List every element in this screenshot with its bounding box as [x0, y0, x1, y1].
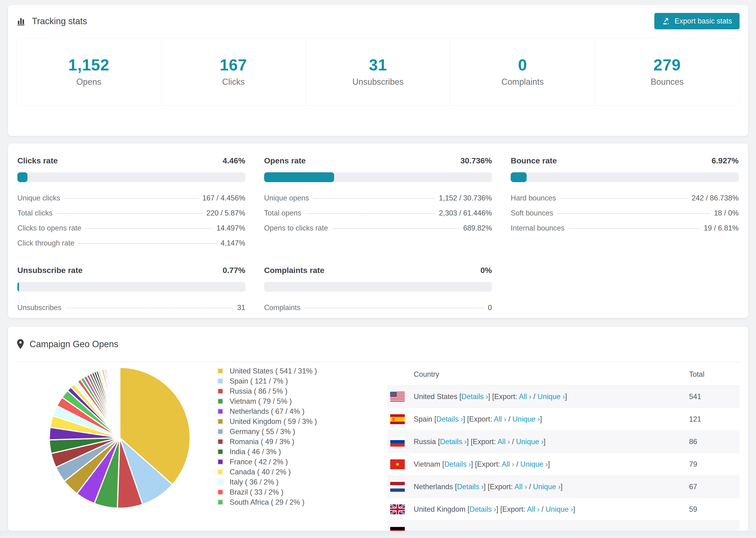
rate-title: Bounce rate — [511, 156, 557, 165]
legend-swatch — [217, 479, 224, 485]
rate-block: Clicks rate 4.46% Unique clicks 167 / 4.… — [17, 156, 245, 251]
export-all-link[interactable]: All › — [502, 460, 514, 468]
row-links: [Details ›] [Export: All › / Unique ›] — [432, 415, 542, 423]
export-unique-link[interactable]: Unique › — [520, 460, 548, 468]
country-total: 67 — [689, 483, 739, 491]
rate-detail-label: Total clicks — [17, 209, 53, 217]
dotted-leader — [569, 228, 700, 229]
country-total: 86 — [689, 438, 739, 446]
legend-item: Netherlands ( 67 / 4% ) — [217, 406, 328, 416]
country-cell: United States [Details ›] [Export: All ›… — [405, 393, 689, 401]
rate-detail-value: 19 / 6.81% — [704, 224, 739, 232]
page-title-label: Tracking stats — [32, 16, 87, 26]
rate-block: Opens rate 30.736% Unique opens 1,152 / … — [264, 156, 492, 251]
dotted-leader — [57, 213, 202, 214]
geo-body: United States ( 541 / 31% ) Spain ( 121 … — [17, 362, 739, 531]
rate-detail-row: Unsubscribes 31 — [17, 300, 245, 315]
details-link[interactable]: Details › — [457, 483, 484, 491]
table-row: Vietnam [Details ›] [Export: All › / Uni… — [387, 453, 739, 475]
total-column-header: Total — [689, 370, 739, 379]
export-all-link[interactable]: All › — [514, 483, 527, 491]
progress-bar-track — [264, 282, 492, 292]
legend-item: United Kingdom ( 59 / 3% ) — [217, 416, 328, 426]
details-link[interactable]: Details › — [440, 438, 467, 446]
legend-item: Russia ( 86 / 5% ) — [217, 386, 328, 396]
rate-detail-row: Hard bounces 242 / 86.738% — [511, 190, 739, 206]
summary-stats-box: 1,152 Opens 167 Clicks 31 Unsubscribes 0… — [17, 38, 739, 106]
rate-detail-value: 0 — [488, 303, 492, 312]
legend-swatch — [217, 459, 224, 465]
country-name: Netherlands — [414, 483, 453, 491]
progress-bar-fill — [17, 282, 19, 292]
rate-detail-row: Total opens 2,303 / 61.446% — [264, 206, 492, 221]
progress-bar-fill — [511, 172, 526, 182]
geo-table-rows: United States [Details ›] [Export: All ›… — [387, 385, 739, 531]
legend-swatch — [217, 378, 224, 384]
country-cell: Netherlands [Details ›] [Export: All › /… — [405, 483, 689, 491]
rate-detail-row: Unique opens 1,152 / 30.736% — [264, 190, 492, 206]
export-unique-link[interactable]: Unique › — [516, 438, 544, 446]
legend-item: South Africa ( 29 / 2% ) — [217, 497, 328, 507]
rate-detail-row: Unique clicks 167 / 4.456% — [17, 190, 245, 206]
legend-swatch — [217, 439, 224, 445]
export-basic-stats-button[interactable]: Export basic stats — [654, 13, 739, 29]
export-all-link[interactable]: All › — [494, 415, 506, 423]
country-flag-icon — [390, 392, 405, 402]
rate-title: Unsubscribe rate — [17, 266, 82, 275]
rate-detail-label: Click through rate — [17, 239, 75, 247]
rate-detail-row: Opens to clicks rate 689.82% — [264, 221, 492, 236]
geo-table-header: Country Total — [387, 364, 739, 385]
legend-item: Canada ( 40 / 2% ) — [217, 467, 328, 477]
rate-header: Unsubscribe rate 0.77% — [17, 266, 245, 275]
legend-label: United Kingdom ( 59 / 3% ) — [230, 417, 317, 426]
legend-label: Germany ( 55 / 3% ) — [230, 427, 295, 436]
summary-stat-cell: 31 Unsubscribes — [306, 38, 451, 105]
rate-header: Clicks rate 4.46% — [17, 156, 245, 165]
rate-detail-value: 242 / 86.738% — [692, 194, 739, 202]
rate-detail-label: Clicks to opens rate — [17, 224, 81, 232]
legend-item: Romania ( 49 / 3% ) — [217, 437, 328, 447]
details-link[interactable]: Details › — [469, 505, 496, 513]
details-link[interactable]: Details › — [444, 460, 471, 468]
export-all-link[interactable]: All › — [519, 393, 531, 401]
rate-detail-label: Internal bounces — [511, 224, 565, 232]
rate-detail-rows: Unique opens 1,152 / 30.736% Total opens… — [264, 190, 492, 236]
legend-swatch — [217, 499, 224, 506]
country-total: 79 — [689, 460, 739, 468]
dotted-leader — [79, 243, 216, 244]
country-flag-icon — [390, 505, 405, 514]
legend-label: Vietnam ( 79 / 5% ) — [230, 397, 292, 405]
legend-label: Brazil ( 33 / 2% ) — [230, 488, 283, 497]
export-unique-link[interactable]: Unique › — [533, 483, 561, 491]
export-all-link[interactable]: All › — [527, 505, 539, 513]
rate-value: 30.736% — [460, 156, 492, 165]
country-name: Vietnam — [414, 460, 440, 468]
details-link[interactable]: Details › — [436, 415, 463, 423]
rate-block: Bounce rate 6.927% Hard bounces 242 / 86… — [511, 156, 739, 251]
export-unique-link[interactable]: Unique › — [512, 415, 540, 423]
details-link[interactable]: Details › — [461, 393, 488, 401]
row-links: [Details ›] [Export: All › / Unique ›] — [465, 505, 575, 513]
rate-detail-rows: Unsubscribes 31 — [17, 300, 245, 315]
export-unique-link[interactable]: Unique › — [537, 393, 565, 401]
rate-title: Opens rate — [264, 156, 306, 165]
export-all-link[interactable]: All › — [498, 438, 510, 446]
progress-bar-track — [17, 172, 245, 182]
legend-item: United States ( 541 / 31% ) — [217, 366, 328, 376]
progress-bar-fill — [264, 172, 334, 182]
country-total: 121 — [689, 415, 739, 423]
legend-label: Netherlands ( 67 / 4% ) — [230, 407, 304, 416]
rate-title: Clicks rate — [17, 156, 58, 165]
rate-detail-label: Unique opens — [264, 194, 309, 202]
rate-value: 6.927% — [712, 156, 739, 165]
export-unique-link[interactable]: Unique › — [546, 505, 573, 513]
rate-detail-row: Soft bounces 18 / 0% — [511, 206, 739, 221]
pie-chart-svg — [47, 365, 192, 511]
rate-header: Bounce rate 6.927% — [511, 156, 739, 165]
legend-label: Russia ( 86 / 5% ) — [230, 387, 287, 396]
legend-item: Italy ( 36 / 2% ) — [217, 477, 328, 487]
export-prefix: Export: — [494, 393, 517, 401]
legend-swatch — [217, 418, 224, 425]
table-row: Russia [Details ›] [Export: All › / Uniq… — [387, 430, 739, 453]
progress-bar-track — [17, 282, 245, 292]
